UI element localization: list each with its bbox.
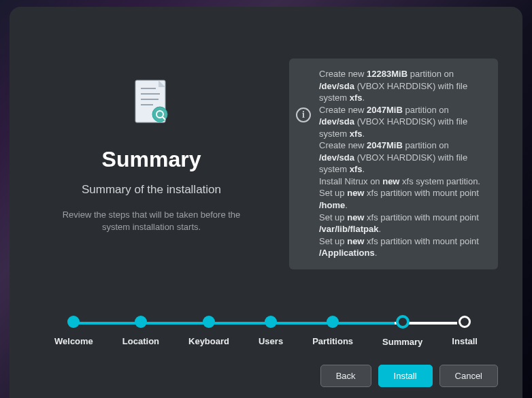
step-summary: Summary xyxy=(382,316,422,347)
page-description: Review the steps that will be taken befo… xyxy=(50,209,254,233)
step-label: Users xyxy=(259,336,283,346)
step-partitions: Partitions xyxy=(312,316,353,346)
step-dot xyxy=(327,316,339,328)
step-location: Location xyxy=(122,316,159,346)
operation-item: Set up new xfs partition with mount poin… xyxy=(319,235,486,259)
install-button[interactable]: Install xyxy=(378,365,433,387)
step-dot xyxy=(459,316,471,328)
step-keyboard: Keyboard xyxy=(188,316,229,346)
operation-item: Create new 12283MiB partition on /dev/sd… xyxy=(319,68,486,104)
info-icon xyxy=(296,107,311,122)
step-label: Location xyxy=(122,336,159,346)
button-row: Back Install Cancel xyxy=(34,365,498,387)
operations-panel: Create new 12283MiB partition on /dev/sd… xyxy=(289,59,498,269)
step-welcome: Welcome xyxy=(54,316,93,346)
back-button[interactable]: Back xyxy=(320,365,371,387)
step-dot xyxy=(135,316,147,328)
step-label: Summary xyxy=(382,337,422,347)
step-dot xyxy=(203,316,215,328)
step-dot xyxy=(396,315,410,329)
document-icon xyxy=(133,79,171,128)
cancel-button[interactable]: Cancel xyxy=(439,365,498,387)
content: Summary Summary of the installation Revi… xyxy=(34,31,498,288)
page-subtitle: Summary of the installation xyxy=(82,183,221,197)
page-title: Summary xyxy=(102,147,201,172)
step-label: Install xyxy=(452,336,478,346)
operation-item: Create new 2047MiB partition on /dev/sda… xyxy=(319,139,486,176)
step-users: Users xyxy=(259,316,283,346)
installer-window: Summary Summary of the installation Revi… xyxy=(10,7,522,398)
operation-item: Install Nitrux on new xfs system partiti… xyxy=(319,176,486,188)
operation-item: Set up new xfs partition with mount poin… xyxy=(319,187,486,211)
operation-item: Create new 2047MiB partition on /dev/sda… xyxy=(319,104,486,140)
progress-stepper: WelcomeLocationKeyboardUsersPartitionsSu… xyxy=(34,316,498,347)
operations-list: Create new 12283MiB partition on /dev/sd… xyxy=(319,68,486,259)
summary-panel: Summary Summary of the installation Revi… xyxy=(34,31,269,288)
step-dot xyxy=(67,316,80,328)
step-label: Partitions xyxy=(312,336,353,346)
operation-item: Set up new xfs partition with mount poin… xyxy=(319,212,486,235)
step-label: Keyboard xyxy=(188,336,229,346)
step-label: Welcome xyxy=(54,336,93,346)
step-dot xyxy=(265,316,277,328)
step-install: Install xyxy=(452,316,478,346)
